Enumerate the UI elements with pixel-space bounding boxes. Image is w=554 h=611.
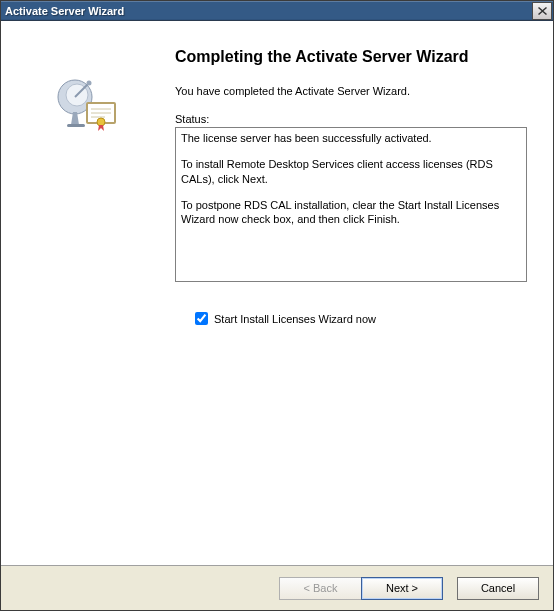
wizard-content: Completing the Activate Server Wizard Yo… <box>169 21 553 565</box>
wizard-sidebar <box>1 21 169 565</box>
svg-rect-4 <box>67 124 85 127</box>
svg-point-9 <box>97 118 105 126</box>
wizard-window: Activate Server Wizard <box>0 0 554 611</box>
page-title: Completing the Activate Server Wizard <box>175 47 531 67</box>
wizard-graphic-icon <box>53 75 117 135</box>
next-button[interactable]: Next > <box>361 577 443 600</box>
status-line: To install Remote Desktop Services clien… <box>181 157 521 186</box>
status-line: To postpone RDS CAL installation, clear … <box>181 198 521 227</box>
cancel-button[interactable]: Cancel <box>457 577 539 600</box>
status-line: The license server has been successfully… <box>181 131 521 145</box>
status-label: Status: <box>175 113 531 125</box>
nav-button-group: < Back Next > <box>279 577 443 600</box>
start-install-checkbox-row[interactable]: Start Install Licenses Wizard now <box>195 312 531 325</box>
back-button: < Back <box>279 577 361 600</box>
close-icon <box>538 7 547 15</box>
wizard-footer: < Back Next > Cancel <box>1 565 553 610</box>
start-install-checkbox[interactable] <box>195 312 208 325</box>
wizard-body: Completing the Activate Server Wizard Yo… <box>1 21 553 565</box>
svg-point-3 <box>87 81 92 86</box>
status-textbox: The license server has been successfully… <box>175 127 527 282</box>
intro-text: You have completed the Activate Server W… <box>175 85 531 97</box>
window-title: Activate Server Wizard <box>5 4 532 17</box>
close-button[interactable] <box>532 2 552 20</box>
title-bar: Activate Server Wizard <box>1 1 553 21</box>
start-install-checkbox-label: Start Install Licenses Wizard now <box>214 313 376 325</box>
